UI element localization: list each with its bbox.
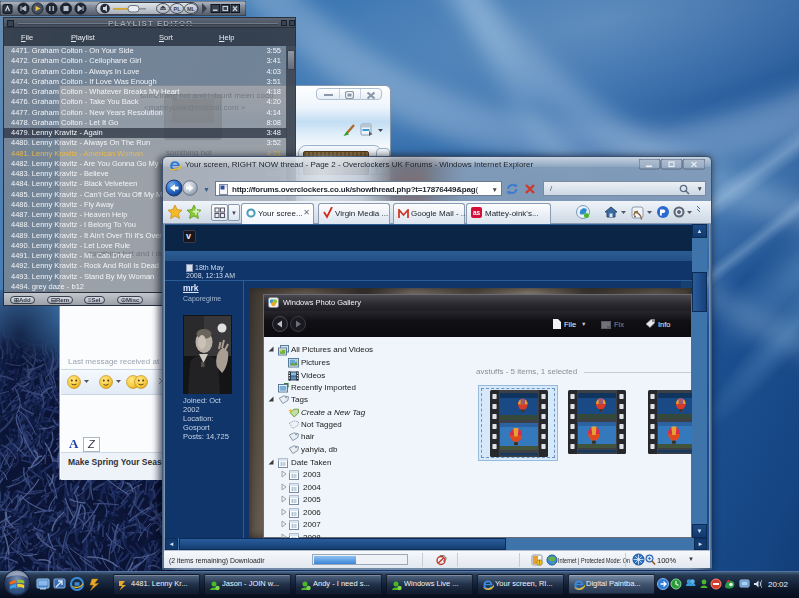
svg-text:ML: ML bbox=[187, 6, 196, 12]
svg-text:PL: PL bbox=[173, 6, 181, 12]
